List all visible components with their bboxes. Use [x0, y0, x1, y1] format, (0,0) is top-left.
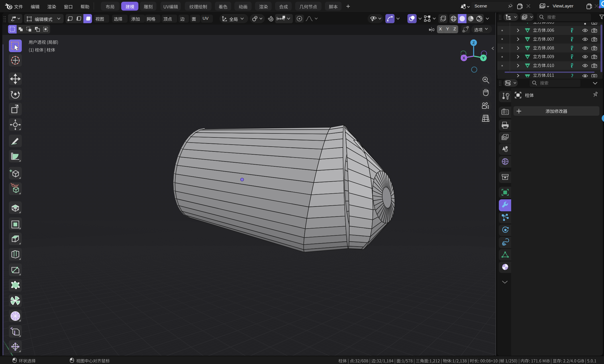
svg-text:X: X	[462, 56, 465, 60]
svg-text:Y: Y	[482, 56, 485, 60]
svg-text:Z: Z	[472, 41, 475, 45]
